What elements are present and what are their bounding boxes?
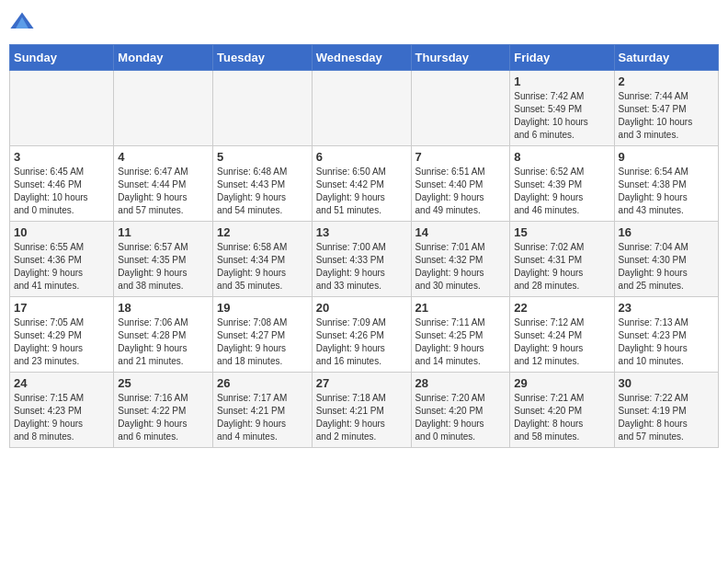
day-number: 10: [14, 225, 109, 239]
day-info: Sunrise: 7:00 AM Sunset: 4:33 PM Dayligh…: [316, 241, 407, 293]
week-row-2: 10Sunrise: 6:55 AM Sunset: 4:36 PM Dayli…: [10, 222, 719, 297]
header-monday: Monday: [114, 45, 213, 71]
calendar-header-row: SundayMondayTuesdayWednesdayThursdayFrid…: [10, 45, 719, 71]
day-info: Sunrise: 7:08 AM Sunset: 4:27 PM Dayligh…: [217, 316, 308, 368]
day-info: Sunrise: 6:52 AM Sunset: 4:39 PM Dayligh…: [514, 166, 609, 217]
day-info: Sunrise: 6:54 AM Sunset: 4:38 PM Dayligh…: [619, 166, 714, 217]
day-number: 8: [514, 150, 609, 164]
calendar-cell-2-4: 14Sunrise: 7:01 AM Sunset: 4:32 PM Dayli…: [411, 222, 510, 297]
calendar-cell-1-0: 3Sunrise: 6:45 AM Sunset: 4:46 PM Daylig…: [10, 146, 114, 222]
calendar-cell-4-4: 28Sunrise: 7:20 AM Sunset: 4:20 PM Dayli…: [411, 373, 510, 448]
calendar-cell-0-3: [312, 71, 411, 146]
day-number: 19: [217, 301, 308, 315]
day-info: Sunrise: 7:44 AM Sunset: 5:47 PM Dayligh…: [619, 90, 714, 142]
week-row-1: 3Sunrise: 6:45 AM Sunset: 4:46 PM Daylig…: [10, 146, 719, 222]
day-info: Sunrise: 6:51 AM Sunset: 4:40 PM Dayligh…: [415, 166, 506, 217]
day-number: 29: [514, 376, 609, 390]
day-number: 20: [316, 301, 407, 315]
day-info: Sunrise: 7:13 AM Sunset: 4:23 PM Dayligh…: [619, 316, 714, 368]
calendar-cell-1-5: 8Sunrise: 6:52 AM Sunset: 4:39 PM Daylig…: [510, 146, 614, 222]
day-info: Sunrise: 7:17 AM Sunset: 4:21 PM Dayligh…: [217, 392, 308, 443]
day-info: Sunrise: 7:06 AM Sunset: 4:28 PM Dayligh…: [118, 316, 209, 368]
day-number: 16: [619, 225, 714, 239]
day-number: 15: [514, 225, 609, 239]
week-row-4: 24Sunrise: 7:15 AM Sunset: 4:23 PM Dayli…: [10, 373, 719, 448]
calendar-cell-0-0: [10, 71, 114, 146]
calendar-cell-3-1: 18Sunrise: 7:06 AM Sunset: 4:28 PM Dayli…: [114, 297, 213, 373]
calendar-cell-4-6: 30Sunrise: 7:22 AM Sunset: 4:19 PM Dayli…: [614, 373, 718, 448]
day-info: Sunrise: 7:22 AM Sunset: 4:19 PM Dayligh…: [619, 392, 714, 443]
header-friday: Friday: [510, 45, 614, 71]
calendar-cell-2-0: 10Sunrise: 6:55 AM Sunset: 4:36 PM Dayli…: [10, 222, 114, 297]
day-number: 11: [118, 225, 209, 239]
day-number: 17: [14, 301, 109, 315]
calendar-cell-1-6: 9Sunrise: 6:54 AM Sunset: 4:38 PM Daylig…: [614, 146, 718, 222]
day-info: Sunrise: 6:45 AM Sunset: 4:46 PM Dayligh…: [14, 166, 109, 217]
day-number: 27: [316, 376, 407, 390]
header-wednesday: Wednesday: [312, 45, 411, 71]
calendar-cell-0-2: [213, 71, 313, 146]
logo-icon: [9, 9, 35, 35]
calendar-cell-4-1: 25Sunrise: 7:16 AM Sunset: 4:22 PM Dayli…: [114, 373, 213, 448]
calendar-cell-0-6: 2Sunrise: 7:44 AM Sunset: 5:47 PM Daylig…: [614, 71, 718, 146]
day-info: Sunrise: 7:16 AM Sunset: 4:22 PM Dayligh…: [118, 392, 209, 443]
calendar-cell-3-5: 22Sunrise: 7:12 AM Sunset: 4:24 PM Dayli…: [510, 297, 614, 373]
day-number: 28: [415, 376, 506, 390]
calendar-cell-3-2: 19Sunrise: 7:08 AM Sunset: 4:27 PM Dayli…: [213, 297, 313, 373]
day-number: 12: [217, 225, 308, 239]
week-row-3: 17Sunrise: 7:05 AM Sunset: 4:29 PM Dayli…: [10, 297, 719, 373]
calendar-cell-1-2: 5Sunrise: 6:48 AM Sunset: 4:43 PM Daylig…: [213, 146, 313, 222]
day-info: Sunrise: 6:57 AM Sunset: 4:35 PM Dayligh…: [118, 241, 209, 293]
day-info: Sunrise: 7:21 AM Sunset: 4:20 PM Dayligh…: [514, 392, 609, 443]
calendar-cell-2-1: 11Sunrise: 6:57 AM Sunset: 4:35 PM Dayli…: [114, 222, 213, 297]
day-info: Sunrise: 6:48 AM Sunset: 4:43 PM Dayligh…: [217, 166, 308, 217]
calendar-cell-0-4: [411, 71, 510, 146]
day-number: 24: [14, 376, 109, 390]
day-number: 9: [619, 150, 714, 164]
calendar-cell-4-3: 27Sunrise: 7:18 AM Sunset: 4:21 PM Dayli…: [312, 373, 411, 448]
day-number: 18: [118, 301, 209, 315]
header-thursday: Thursday: [411, 45, 510, 71]
day-number: 6: [316, 150, 407, 164]
header: [9, 9, 719, 35]
calendar-cell-1-1: 4Sunrise: 6:47 AM Sunset: 4:44 PM Daylig…: [114, 146, 213, 222]
day-info: Sunrise: 7:18 AM Sunset: 4:21 PM Dayligh…: [316, 392, 407, 443]
header-tuesday: Tuesday: [213, 45, 313, 71]
calendar-cell-3-0: 17Sunrise: 7:05 AM Sunset: 4:29 PM Dayli…: [10, 297, 114, 373]
day-info: Sunrise: 7:42 AM Sunset: 5:49 PM Dayligh…: [514, 90, 609, 142]
day-info: Sunrise: 7:04 AM Sunset: 4:30 PM Dayligh…: [619, 241, 714, 293]
calendar-cell-4-5: 29Sunrise: 7:21 AM Sunset: 4:20 PM Dayli…: [510, 373, 614, 448]
day-number: 2: [619, 75, 714, 88]
day-info: Sunrise: 7:05 AM Sunset: 4:29 PM Dayligh…: [14, 316, 109, 368]
day-info: Sunrise: 7:12 AM Sunset: 4:24 PM Dayligh…: [514, 316, 609, 368]
day-info: Sunrise: 6:55 AM Sunset: 4:36 PM Dayligh…: [14, 241, 109, 293]
calendar-cell-2-5: 15Sunrise: 7:02 AM Sunset: 4:31 PM Dayli…: [510, 222, 614, 297]
calendar-cell-3-3: 20Sunrise: 7:09 AM Sunset: 4:26 PM Dayli…: [312, 297, 411, 373]
day-info: Sunrise: 6:50 AM Sunset: 4:42 PM Dayligh…: [316, 166, 407, 217]
day-info: Sunrise: 6:58 AM Sunset: 4:34 PM Dayligh…: [217, 241, 308, 293]
calendar-cell-2-3: 13Sunrise: 7:00 AM Sunset: 4:33 PM Dayli…: [312, 222, 411, 297]
day-number: 23: [619, 301, 714, 315]
calendar-cell-4-0: 24Sunrise: 7:15 AM Sunset: 4:23 PM Dayli…: [10, 373, 114, 448]
logo: [9, 9, 39, 35]
day-number: 26: [217, 376, 308, 390]
day-number: 3: [14, 150, 109, 164]
week-row-0: 1Sunrise: 7:42 AM Sunset: 5:49 PM Daylig…: [10, 71, 719, 146]
day-info: Sunrise: 7:02 AM Sunset: 4:31 PM Dayligh…: [514, 241, 609, 293]
day-number: 13: [316, 225, 407, 239]
day-info: Sunrise: 6:47 AM Sunset: 4:44 PM Dayligh…: [118, 166, 209, 217]
day-info: Sunrise: 7:11 AM Sunset: 4:25 PM Dayligh…: [415, 316, 506, 368]
day-number: 4: [118, 150, 209, 164]
calendar-cell-2-2: 12Sunrise: 6:58 AM Sunset: 4:34 PM Dayli…: [213, 222, 313, 297]
calendar-cell-3-6: 23Sunrise: 7:13 AM Sunset: 4:23 PM Dayli…: [614, 297, 718, 373]
day-number: 25: [118, 376, 209, 390]
day-number: 21: [415, 301, 506, 315]
day-number: 30: [619, 376, 714, 390]
day-info: Sunrise: 7:15 AM Sunset: 4:23 PM Dayligh…: [14, 392, 109, 443]
day-number: 5: [217, 150, 308, 164]
day-number: 22: [514, 301, 609, 315]
header-sunday: Sunday: [10, 45, 114, 71]
calendar-table: SundayMondayTuesdayWednesdayThursdayFrid…: [9, 44, 719, 448]
calendar-cell-3-4: 21Sunrise: 7:11 AM Sunset: 4:25 PM Dayli…: [411, 297, 510, 373]
calendar-cell-4-2: 26Sunrise: 7:17 AM Sunset: 4:21 PM Dayli…: [213, 373, 313, 448]
